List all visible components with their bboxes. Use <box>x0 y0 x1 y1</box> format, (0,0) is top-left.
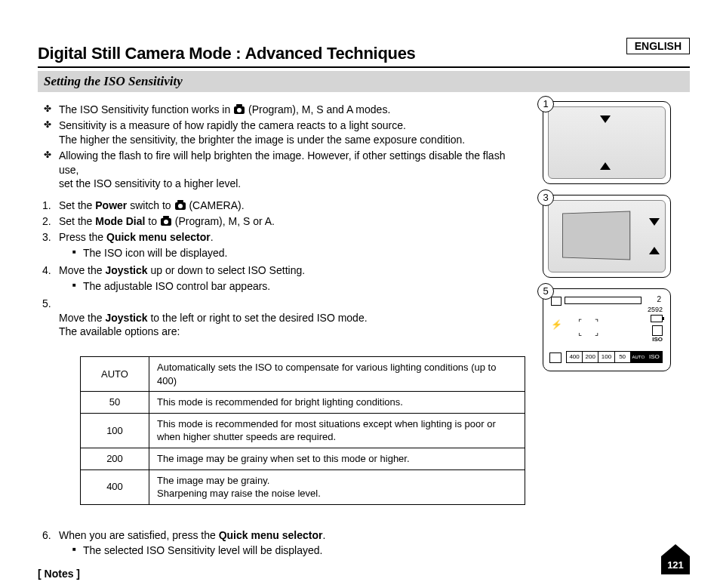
step-2: Set the Mode Dial to (Program), M, S or … <box>38 214 528 229</box>
step-bold: Power <box>95 199 127 211</box>
iso-option: 100 <box>598 352 614 362</box>
iso-option: AUTO <box>631 352 647 362</box>
sub-bullet: The selected ISO Sensitivity level will … <box>72 543 528 558</box>
table-row: AUTOAutomatically sets the ISO to compen… <box>81 357 525 392</box>
step-badge: 3 <box>537 189 554 206</box>
iso-desc: This mode is recommended for bright ligh… <box>149 392 525 414</box>
step-text: Set the <box>59 199 95 211</box>
step-text: up or down to select ISO Setting. <box>148 264 306 276</box>
arrow-up-icon <box>600 162 611 170</box>
page-number: 121 <box>661 556 690 574</box>
iso-table: AUTOAutomatically sets the ISO to compen… <box>80 356 525 504</box>
card-icon <box>652 325 663 336</box>
step-text: Move the <box>59 312 105 324</box>
step-1: Set the Power switch to (CAMERA). <box>38 199 528 213</box>
camera-illustration <box>543 101 671 184</box>
step-text: switch to (CAMERA). <box>127 199 244 211</box>
mode-indicator-icon <box>551 297 562 306</box>
step-text: Press the <box>59 231 106 243</box>
steps-list: Set the Power switch to (CAMERA). Set th… <box>38 199 528 558</box>
step-bold: Joystick <box>105 312 147 324</box>
diagram-column: 1 3 5 <box>543 98 690 588</box>
step-bold: Mode Dial <box>95 215 145 227</box>
arrow-down-icon <box>649 218 660 226</box>
iso-key: 50 <box>81 392 149 414</box>
step-text: Move the <box>59 264 105 276</box>
title-rule <box>38 66 690 68</box>
shots-remaining: 2 <box>657 295 661 303</box>
iso-key: 400 <box>81 469 149 504</box>
arrow-down-icon <box>600 115 611 123</box>
iso-option: ISO <box>647 352 662 362</box>
iso-key: AUTO <box>81 357 149 392</box>
iso-desc: The image may be grainy. Sharpening may … <box>149 469 525 504</box>
intro-item: Allowing the flash to fire will help bri… <box>38 149 528 192</box>
section-subhead: Setting the ISO Sensitivity <box>38 71 690 92</box>
iso-desc: This mode is recommended for most situat… <box>149 413 525 448</box>
step-text: When you are satisfied, press the <box>59 529 219 541</box>
lcd-screen-icon <box>562 211 630 260</box>
camera-open-illustration <box>543 195 671 278</box>
page-number-decor <box>661 544 690 556</box>
step-badge: 1 <box>537 96 554 112</box>
iso-option: 50 <box>615 352 631 362</box>
iso-desc: The image may be grainy when set to this… <box>149 448 525 469</box>
manual-page: ENGLISH Digital Still Camera Mode : Adva… <box>0 0 720 588</box>
diagram-1: 1 <box>543 101 690 184</box>
table-row: 200The image may be grainy when set to t… <box>81 448 525 469</box>
battery-icon <box>651 315 663 322</box>
diagram-5: 5 2 2592 ⚡ ⌜ ⌝⌞ ⌟ ISO 400 200 100 <box>543 288 690 371</box>
camera-icon <box>175 202 186 210</box>
iso-key: 200 <box>81 448 149 469</box>
step-4: Move the Joystick up or down to select I… <box>38 263 528 294</box>
table-row: 100This mode is recommended for most sit… <box>81 413 525 448</box>
iso-indicator: ISO <box>652 336 663 343</box>
table-row: 50This mode is recommended for bright li… <box>81 392 525 414</box>
step-bold: Quick menu selector <box>219 529 323 541</box>
text-column: The ISO Sensitivity function works in (P… <box>38 98 528 588</box>
iso-option: 400 <box>567 352 583 362</box>
diagram-3: 3 <box>543 195 690 278</box>
iso-option-strip: 400 200 100 50 AUTO ISO <box>566 351 663 363</box>
iso-desc: Automatically sets the ISO to compensate… <box>149 357 525 392</box>
exposure-bar <box>565 297 642 304</box>
step-5: Move the Joystick to the left or right t… <box>38 297 528 527</box>
camera-icon <box>234 106 245 114</box>
step-bold: Quick menu selector <box>106 231 211 243</box>
resolution-label: 2592 <box>648 306 663 313</box>
language-badge: ENGLISH <box>626 38 690 54</box>
intro-list: The ISO Sensitivity function works in (P… <box>38 103 528 191</box>
media-icon <box>549 352 562 363</box>
flash-icon: ⚡ <box>551 319 562 330</box>
step-text: . <box>322 529 325 541</box>
step-badge: 5 <box>537 283 554 300</box>
intro-item: The ISO Sensitivity function works in (P… <box>38 103 528 117</box>
arrow-up-icon <box>649 247 660 254</box>
notes-heading: [ Notes ] <box>38 567 528 581</box>
lcd-preview: 2 2592 ⚡ ⌜ ⌝⌞ ⌟ ISO 400 200 100 50 AUTO <box>543 288 671 371</box>
sub-bullet: The ISO icon will be displayed. <box>72 246 528 260</box>
intro-text: The ISO Sensitivity function works in (P… <box>59 103 390 115</box>
page-title: Digital Still Camera Mode : Advanced Tec… <box>38 44 690 63</box>
step-3: Press the Quick menu selector. The ISO i… <box>38 230 528 260</box>
step-text: to (Program), M, S or A. <box>145 215 275 227</box>
content-columns: The ISO Sensitivity function works in (P… <box>38 98 690 588</box>
intro-item: Sensitivity is a measure of how rapidly … <box>38 119 528 147</box>
step-bold: Joystick <box>105 264 147 276</box>
step-6: When you are satisfied, press the Quick … <box>38 528 528 559</box>
camera-icon <box>161 218 171 226</box>
table-row: 400The image may be grainy. Sharpening m… <box>81 469 525 504</box>
step-text: Set the <box>59 215 95 227</box>
step-text: . <box>211 231 214 243</box>
focus-brackets: ⌜ ⌝⌞ ⌟ <box>578 318 600 337</box>
sub-bullet: The adjustable ISO control bar appears. <box>72 279 528 294</box>
iso-key: 100 <box>81 413 149 448</box>
iso-option: 200 <box>583 352 598 362</box>
